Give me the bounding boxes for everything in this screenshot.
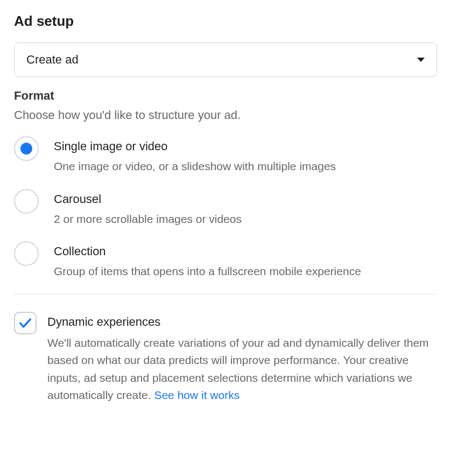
format-description: Choose how you'd like to structure your … — [14, 108, 437, 122]
dynamic-experiences-checkbox[interactable] — [14, 312, 37, 334]
dynamic-experiences-label: Dynamic experiences — [47, 312, 437, 329]
caret-down-icon — [417, 58, 425, 62]
dynamic-experiences-desc: We'll automatically create variations of… — [47, 334, 437, 404]
format-option-carousel[interactable]: Carousel 2 or more scrollable images or … — [14, 189, 437, 228]
option-label: Collection — [54, 244, 361, 258]
format-option-collection[interactable]: Collection Group of items that opens int… — [14, 241, 437, 280]
format-title: Format — [14, 89, 437, 103]
radio-collection[interactable] — [14, 241, 39, 266]
dropdown-label: Create ad — [26, 53, 79, 67]
divider — [14, 294, 437, 295]
dynamic-experiences-row: Dynamic experiences We'll automatically … — [14, 312, 437, 404]
option-label: Single image or video — [54, 139, 336, 153]
option-desc: 2 or more scrollable images or videos — [54, 211, 242, 228]
format-option-single[interactable]: Single image or video One image or video… — [14, 136, 437, 175]
see-how-it-works-link[interactable]: See how it works — [154, 389, 239, 401]
ad-setup-dropdown[interactable]: Create ad — [14, 43, 437, 77]
option-desc: One image or video, or a slideshow with … — [54, 158, 336, 175]
radio-carousel[interactable] — [14, 189, 39, 214]
section-title: Ad setup — [14, 13, 437, 30]
radio-single[interactable] — [14, 136, 39, 161]
option-label: Carousel — [54, 192, 242, 206]
option-desc: Group of items that opens into a fullscr… — [54, 263, 361, 280]
check-icon — [18, 316, 33, 331]
